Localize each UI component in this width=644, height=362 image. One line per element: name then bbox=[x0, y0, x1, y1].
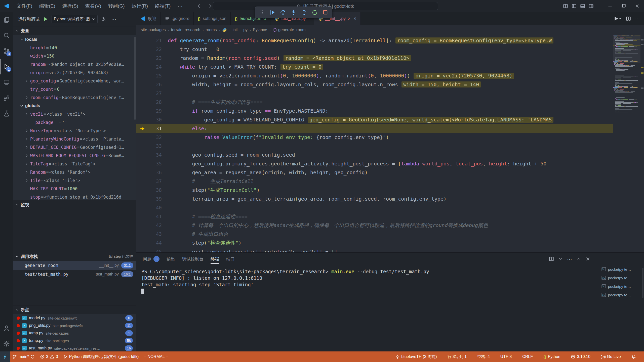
scope-globals[interactable]: globals bbox=[13, 102, 136, 110]
gutter-line-number[interactable]: 43 bbox=[136, 230, 168, 239]
window-close-icon[interactable] bbox=[630, 0, 644, 12]
statusbar-indentation[interactable]: 空格: 4 bbox=[475, 351, 492, 362]
menu-item-V[interactable]: 查看(V) bbox=[82, 0, 105, 12]
watch-section-header[interactable]: 监视 bbox=[13, 200, 136, 209]
code-line[interactable]: 41# ====检查连通性==== bbox=[136, 212, 613, 221]
variable-row[interactable]: NoiseType = <class 'NoiseType'> bbox=[13, 126, 136, 135]
menu-item-E[interactable]: 编辑(E) bbox=[36, 0, 59, 12]
code-line[interactable]: 24while try_count < MAX_TRY_COUNT:try_co… bbox=[136, 63, 613, 71]
breakpoint-checkbox[interactable]: ✓ bbox=[22, 323, 27, 328]
code-line[interactable]: 26width, height = room_config.layout.n_c… bbox=[136, 80, 613, 89]
close-panel-button[interactable] bbox=[586, 257, 590, 261]
step-into-button[interactable] bbox=[289, 8, 298, 17]
variables-section-header[interactable]: 变量 bbox=[13, 26, 136, 35]
breadcrumb-item[interactable]: terrain_research bbox=[171, 28, 200, 32]
code-line[interactable]: 29if room_config.env_type == EnvType.WAS… bbox=[136, 107, 613, 115]
panel-tab-输出[interactable]: 输出 bbox=[164, 253, 178, 265]
scrollbar-thumb[interactable] bbox=[134, 37, 136, 120]
code-line[interactable]: 36geo_area = request_area(origin, width,… bbox=[136, 168, 613, 177]
scope-locals[interactable]: locals bbox=[13, 35, 136, 43]
panel-more-actions-button[interactable]: ··· bbox=[567, 256, 572, 262]
step-out-button[interactable] bbox=[299, 8, 309, 17]
gutter-line-number[interactable]: 21 bbox=[136, 36, 168, 45]
gutter-line-number[interactable]: 26 bbox=[136, 80, 168, 89]
continue-button[interactable] bbox=[268, 8, 277, 17]
gutter-line-number[interactable]: 27 bbox=[136, 89, 168, 98]
variable-row[interactable]: random = <Random object at 0x1bf9d01e… bbox=[13, 60, 136, 68]
stack-frame[interactable]: generate_room__init__.py31:1 bbox=[13, 261, 136, 270]
window-maximize-icon[interactable] bbox=[617, 0, 630, 12]
gutter-line-number[interactable]: 44 bbox=[136, 239, 168, 247]
gutter-line-number[interactable]: 32 bbox=[136, 133, 168, 142]
chevron-down-icon[interactable] bbox=[558, 257, 562, 261]
breakpoints-section-header[interactable]: 断点 bbox=[13, 305, 136, 314]
gutter-line-number[interactable]: 28 bbox=[136, 98, 168, 107]
menu-item-G[interactable]: 转到(G) bbox=[105, 0, 128, 12]
terminal-session-item[interactable]: pocketpy te… bbox=[601, 291, 641, 298]
statusbar-encoding[interactable]: UTF-8 bbox=[498, 351, 514, 362]
gutter-line-number[interactable]: 30 bbox=[136, 115, 168, 124]
breadcrumb-item[interactable]: site-packages bbox=[141, 28, 166, 32]
run-python-file-button[interactable] bbox=[613, 16, 622, 21]
gutter-line-number[interactable]: 40 bbox=[136, 203, 168, 212]
more-actions-button[interactable]: ··· bbox=[635, 16, 640, 22]
code-line[interactable]: 32raise ValueError(f"Invalid env type: {… bbox=[136, 133, 613, 142]
views-more-actions-button[interactable]: ··· bbox=[110, 15, 118, 23]
breakpoint-row[interactable]: ✓model.pysite-packages\wfc6 bbox=[13, 314, 136, 322]
debug-settings-gear-icon[interactable] bbox=[100, 15, 108, 23]
tab-.gdignore[interactable]: .gdignore bbox=[161, 12, 194, 25]
code-line[interactable]: 28# ====生成初始地理信息==== bbox=[136, 98, 613, 107]
terminal-session-item[interactable]: pocketpy te… bbox=[601, 274, 641, 281]
layout-sidebar-right-icon[interactable] bbox=[589, 4, 594, 9]
statusbar-remote[interactable] bbox=[0, 351, 10, 362]
step-over-button[interactable] bbox=[278, 8, 288, 17]
breakpoint-row[interactable]: ✓test_math.pysite-packages\terrain_res…1… bbox=[13, 344, 136, 351]
code-line[interactable]: 35geo_config.primary_forces.geothermal_a… bbox=[136, 159, 613, 168]
code-line[interactable]: 44step("检查连通性") bbox=[136, 239, 613, 247]
statusbar-eol[interactable]: CRLF bbox=[520, 351, 535, 362]
statusbar-gitlens[interactable]: blueloveTH (3 周前) bbox=[393, 351, 439, 362]
statusbar-branch[interactable]: main* bbox=[10, 351, 37, 362]
statusbar-notifications[interactable] bbox=[629, 351, 638, 362]
variable-row[interactable]: WASTELAND_ROOM_REQUEST_CONFIG = RoomR… bbox=[13, 151, 136, 160]
variable-row[interactable]: geo_config = GeoConfig(seed=None, wor… bbox=[13, 77, 136, 85]
statusbar-problems[interactable]: 30 bbox=[37, 351, 61, 362]
close-icon[interactable]: ✕ bbox=[353, 16, 357, 21]
menu-item-T[interactable]: 终端(T) bbox=[151, 0, 174, 12]
menu-item-[interactable]: ··· bbox=[174, 0, 186, 12]
split-terminal-button[interactable] bbox=[549, 256, 554, 261]
activitybar-source-control[interactable]: 3 bbox=[0, 43, 13, 59]
code-line[interactable]: 21def generate_room(room_config: RoomReq… bbox=[136, 36, 613, 45]
minimap[interactable] bbox=[613, 35, 640, 120]
stop-button[interactable] bbox=[320, 8, 330, 17]
terminal-session-item[interactable]: pocketpy te… bbox=[601, 266, 641, 273]
breadcrumb-item[interactable]: generate_room bbox=[272, 28, 306, 32]
menu-item-R[interactable]: 运行(R) bbox=[128, 0, 151, 12]
call-stack-section-header[interactable]: 调用堆栈 因 step 已暂停 bbox=[13, 252, 136, 261]
activitybar-account[interactable] bbox=[0, 320, 13, 336]
gutter-line-number[interactable]: 25 bbox=[136, 71, 168, 80]
breakpoint-row[interactable]: ✓temp.pysite-packages1 bbox=[13, 329, 136, 337]
gutter-line-number[interactable]: 22 bbox=[136, 45, 168, 54]
gutter-line-number[interactable]: 36 bbox=[136, 168, 168, 177]
variable-row[interactable]: DEFAULT_GEO_CONFIG = GeoConfig(seed=1… bbox=[13, 143, 136, 151]
activitybar-extensions[interactable] bbox=[0, 90, 13, 106]
code-line[interactable]: 37# ====生成TerrainCell==== bbox=[136, 177, 613, 186]
gutter-line-number[interactable]: 41 bbox=[136, 212, 168, 221]
breakpoint-checkbox[interactable]: ✓ bbox=[22, 346, 27, 350]
split-editor-button[interactable] bbox=[626, 16, 631, 21]
gutter-line-number[interactable]: 34 bbox=[136, 151, 168, 159]
breadcrumb-item[interactable]: Pylance bbox=[253, 28, 267, 32]
tab-settings.json[interactable]: {}settings.json bbox=[194, 12, 231, 25]
activitybar-remote-explorer[interactable] bbox=[0, 74, 13, 90]
gutter-line-number[interactable]: 31 bbox=[136, 124, 168, 133]
launch-config-select[interactable]: Python 调试程序: 启 bbox=[52, 15, 98, 23]
breakpoint-row[interactable]: ✓png_utils.pysite-packages\wfc11 bbox=[13, 322, 136, 329]
code-line[interactable]: 27 bbox=[136, 89, 613, 98]
code-line[interactable]: 45exit_combinations:list[tuple[vec2i, ve… bbox=[136, 247, 613, 252]
maximize-panel-button[interactable] bbox=[577, 257, 581, 261]
activitybar-testing[interactable] bbox=[0, 106, 13, 121]
window-minimize-icon[interactable] bbox=[603, 0, 617, 12]
layout-grid-icon[interactable] bbox=[563, 4, 568, 9]
scrollbar-thumb[interactable] bbox=[642, 268, 643, 298]
